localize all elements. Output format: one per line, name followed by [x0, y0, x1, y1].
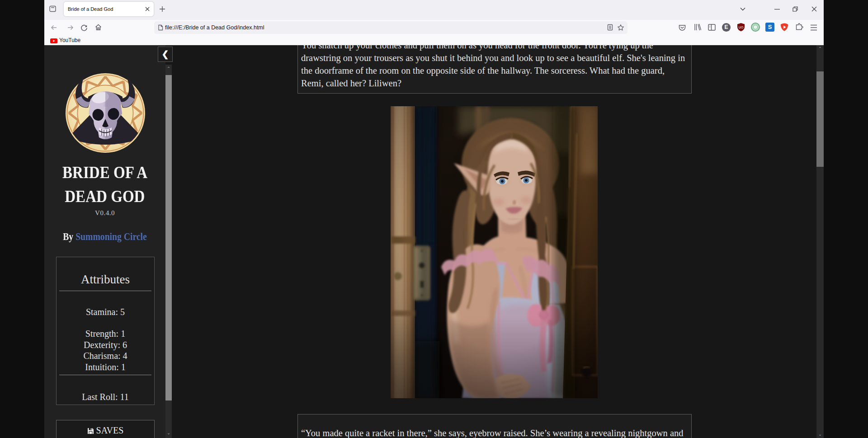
svg-text:UO: UO: [739, 26, 744, 29]
